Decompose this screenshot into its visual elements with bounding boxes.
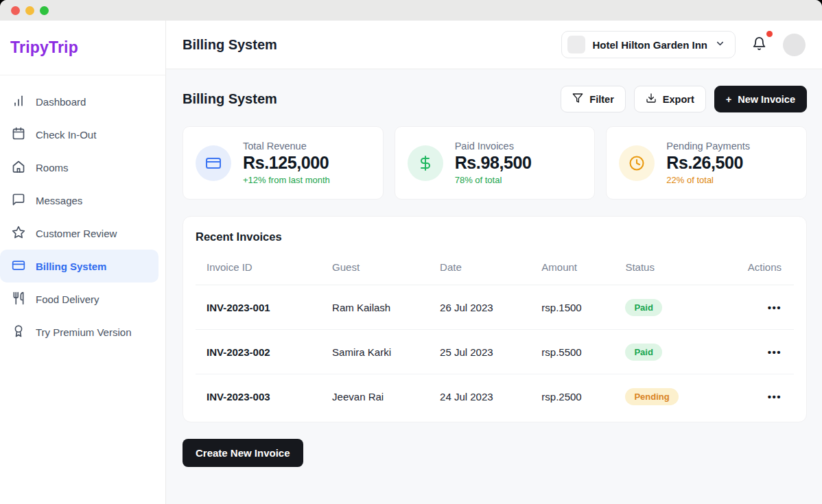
sidebar-nav: Dashboard Check In-Out Rooms Messages Cu — [0, 75, 165, 358]
status-cell: Paid — [614, 330, 728, 374]
stat-card-pending-payments: Pending Payments Rs.26,500 22% of total — [606, 126, 807, 200]
table-row: INV-2023-002 Samira Karki 25 Jul 2023 rs… — [196, 330, 794, 374]
sidebar-item-label: Try Premium Version — [36, 326, 131, 338]
app-logo: TripyTrip — [10, 38, 78, 57]
bar-chart-icon — [12, 94, 25, 110]
content-area: Billing System Filter Export + New Inv — [166, 69, 822, 504]
window-minimize-button[interactable] — [25, 6, 34, 15]
sidebar-item-try-premium[interactable]: Try Premium Version — [0, 315, 165, 348]
status-badge: Paid — [625, 344, 661, 361]
filter-button[interactable]: Filter — [561, 86, 625, 112]
credit-card-icon — [12, 259, 25, 274]
row-actions-button[interactable]: ••• — [768, 302, 782, 313]
stat-label: Paid Invoices — [455, 141, 532, 152]
status-badge: Paid — [625, 299, 661, 316]
sidebar: TripyTrip Dashboard Check In-Out Rooms — [0, 21, 166, 504]
app-window: TripyTrip Dashboard Check In-Out Rooms — [0, 0, 822, 504]
sidebar-item-label: Customer Review — [36, 228, 117, 239]
hotel-name: Hotel Hilton Garden Inn — [593, 39, 708, 51]
bell-icon — [752, 41, 766, 53]
stat-subtext: 22% of total — [666, 175, 750, 185]
guest-cell: Jeevan Rai — [321, 374, 429, 419]
date-cell: 26 Jul 2023 — [429, 285, 530, 330]
status-cell: Paid — [614, 285, 728, 330]
row-actions-button[interactable]: ••• — [768, 391, 782, 403]
guest-cell: Ram Kailash — [321, 285, 429, 330]
logo-area: TripyTrip — [0, 21, 165, 75]
stat-value: Rs.98,500 — [455, 153, 532, 173]
sidebar-item-label: Rooms — [36, 162, 69, 173]
window-zoom-button[interactable] — [40, 6, 49, 15]
export-button[interactable]: Export — [634, 86, 706, 112]
avatar[interactable] — [783, 34, 806, 56]
sidebar-item-dashboard[interactable]: Dashboard — [0, 85, 165, 118]
sidebar-item-billing-system[interactable]: Billing System — [0, 250, 158, 283]
plus-icon: + — [726, 94, 731, 105]
stat-card-paid-invoices: Paid Invoices Rs.98,500 78% of total — [395, 126, 596, 200]
sidebar-item-label: Food Delivery — [36, 293, 99, 305]
message-icon — [12, 193, 25, 208]
sidebar-item-rooms[interactable]: Rooms — [0, 151, 165, 184]
status-cell: Pending — [614, 374, 728, 419]
create-new-invoice-button[interactable]: Create New Invoice — [183, 439, 303, 467]
amount-cell: rsp.1500 — [530, 285, 614, 330]
sidebar-item-label: Messages — [36, 195, 82, 206]
filter-icon — [572, 93, 583, 106]
hotel-thumbnail — [567, 36, 585, 53]
sidebar-item-label: Dashboard — [36, 96, 86, 108]
new-invoice-label: New Invoice — [738, 94, 795, 105]
titlebar — [0, 0, 822, 21]
column-header-date: Date — [429, 253, 530, 285]
clock-icon — [619, 145, 655, 181]
new-invoice-button[interactable]: + New Invoice — [714, 86, 807, 112]
window-close-button[interactable] — [11, 6, 20, 15]
actions-cell: ••• — [728, 285, 794, 330]
actions-cell: ••• — [728, 330, 794, 374]
recent-invoices-card: Recent Invoices Invoice ID Guest Date Am… — [183, 216, 807, 422]
column-header-status: Status — [614, 253, 728, 285]
table-header-row: Invoice ID Guest Date Amount Status Acti… — [196, 253, 794, 285]
sidebar-item-messages[interactable]: Messages — [0, 184, 165, 217]
filter-label: Filter — [589, 94, 613, 105]
stat-subtext: 78% of total — [455, 175, 532, 185]
column-header-actions: Actions — [728, 253, 794, 285]
top-header: Billing System Hotel Hilton Garden Inn — [166, 21, 822, 69]
invoice-id-cell: INV-2023-002 — [196, 330, 321, 374]
page-title: Billing System — [183, 91, 277, 107]
calendar-icon — [12, 127, 25, 143]
sidebar-item-food-delivery[interactable]: Food Delivery — [0, 283, 165, 315]
status-badge: Pending — [625, 388, 678, 405]
export-label: Export — [663, 94, 694, 105]
download-icon — [646, 93, 657, 106]
home-icon — [12, 160, 25, 176]
invoices-table: Invoice ID Guest Date Amount Status Acti… — [196, 253, 794, 419]
stat-card-total-revenue: Total Revenue Rs.125,000 +12% from last … — [183, 126, 384, 200]
column-header-guest: Guest — [321, 253, 429, 285]
row-actions-button[interactable]: ••• — [768, 346, 782, 358]
table-row: INV-2023-003 Jeevan Rai 24 Jul 2023 rsp.… — [196, 374, 794, 419]
star-icon — [12, 226, 25, 241]
stat-value: Rs.125,000 — [243, 153, 330, 173]
table-row: INV-2023-001 Ram Kailash 26 Jul 2023 rsp… — [196, 285, 794, 330]
stat-value: Rs.26,500 — [666, 153, 750, 173]
sidebar-item-customer-review[interactable]: Customer Review — [0, 217, 165, 250]
stat-subtext: +12% from last month — [243, 175, 330, 185]
invoice-id-cell: INV-2023-001 — [196, 285, 321, 330]
notification-dot — [766, 31, 773, 37]
sidebar-item-label: Check In-Out — [36, 129, 96, 141]
stat-label: Total Revenue — [243, 141, 330, 152]
stat-cards: Total Revenue Rs.125,000 +12% from last … — [183, 126, 807, 200]
notifications-button[interactable] — [752, 36, 766, 53]
sidebar-item-check-in-out[interactable]: Check In-Out — [0, 118, 165, 151]
utensils-icon — [12, 291, 25, 307]
sidebar-item-label: Billing System — [36, 261, 106, 272]
hotel-selector-dropdown[interactable]: Hotel Hilton Garden Inn — [561, 31, 736, 58]
recent-invoices-title: Recent Invoices — [196, 230, 794, 243]
column-header-amount: Amount — [530, 253, 614, 285]
date-cell: 24 Jul 2023 — [429, 374, 530, 419]
amount-cell: rsp.2500 — [530, 374, 614, 419]
credit-card-icon — [196, 145, 231, 181]
actions-cell: ••• — [728, 374, 794, 419]
header-title: Billing System — [183, 37, 277, 53]
chevron-down-icon — [715, 38, 725, 51]
